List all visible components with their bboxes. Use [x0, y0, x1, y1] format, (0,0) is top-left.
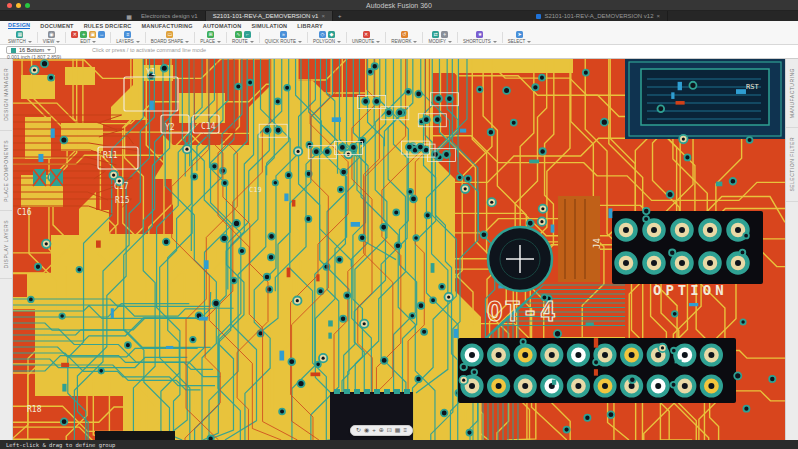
smd-pad: [594, 338, 598, 348]
add-icon[interactable]: +: [80, 31, 87, 38]
ribbon-group-edit[interactable]: ✕+▣↔EDIT: [67, 30, 109, 44]
delete-icon[interactable]: ✕: [71, 31, 78, 38]
app-grid-icon[interactable]: ▦: [124, 11, 134, 21]
tab-demoversion-v1[interactable]: S2101-101-REV-A_DEMOVERSION v1 ×: [206, 11, 333, 21]
smd-pad: [111, 308, 114, 318]
divider: [259, 32, 260, 43]
menu-rules-drc-erc[interactable]: RULES DRC/ERC: [84, 23, 132, 29]
via: [413, 235, 418, 240]
panel-tab-design-manager[interactable]: DESIGN MANAGER: [0, 59, 12, 131]
layers-icon[interactable]: ≡: [124, 31, 131, 38]
change-icon[interactable]: ▣: [89, 31, 96, 38]
orbit-icon[interactable]: ↻: [356, 426, 361, 435]
ribbon-group-shortcuts[interactable]: ★SHORTCUTS: [459, 30, 501, 44]
close-tab-icon[interactable]: ×: [656, 13, 660, 19]
replace-icon[interactable]: ↔: [98, 31, 105, 38]
unroute-icon[interactable]: ✕: [363, 31, 370, 38]
maximize-window-icon[interactable]: [25, 3, 30, 8]
chevron-down-icon: [47, 49, 51, 51]
panel-tab-manufacturing[interactable]: MANUFACTURING: [786, 59, 798, 128]
ribbon-group-unroute[interactable]: ✕UNROUTE: [348, 30, 384, 44]
smd-pad: [678, 82, 682, 90]
pcb-canvas[interactable]: Y1Y2C14R11C17R15C16C19R18RSTJ4OPTIONOT-4: [13, 59, 785, 440]
smd-pad: [287, 268, 291, 278]
new-tab-button[interactable]: +: [333, 11, 347, 21]
close-window-icon[interactable]: [7, 3, 12, 8]
silkscreen-label: OT-4: [487, 297, 558, 327]
polygon-pour-icon[interactable]: ◆: [328, 31, 335, 38]
group-label: REWORK: [391, 39, 411, 44]
via: [340, 169, 346, 175]
ribbon-group-select[interactable]: ➤SELECT: [504, 30, 536, 44]
via: [740, 250, 746, 256]
ribbon-menu-bar: DESIGN DOCUMENT RULES DRC/ERC MANUFACTUR…: [0, 21, 798, 30]
close-tab-icon[interactable]: ×: [321, 13, 325, 19]
tab-design[interactable]: Electronics design v1: [134, 11, 206, 21]
menu-design[interactable]: DESIGN: [8, 22, 30, 29]
divider: [226, 32, 227, 43]
via: [344, 292, 350, 298]
via: [439, 284, 445, 290]
panel-tab-place-components[interactable]: PLACE COMPONENTS: [0, 131, 12, 212]
via: [667, 191, 674, 198]
shortcuts-icon[interactable]: ★: [476, 31, 483, 38]
minimize-window-icon[interactable]: [16, 3, 21, 8]
menu-document[interactable]: DOCUMENT: [40, 23, 73, 29]
ribbon-group-route[interactable]: ∿⌐ROUTE: [228, 30, 258, 44]
via: [381, 357, 388, 364]
via: [743, 406, 749, 412]
menu-manufacturing[interactable]: MANUFACTURING: [142, 23, 193, 29]
via: [554, 330, 561, 337]
smd-pad: [608, 208, 612, 218]
panel-tab-display-layers[interactable]: DISPLAY LAYERS: [0, 211, 12, 278]
display-settings-icon[interactable]: ▦: [395, 426, 401, 435]
menu-library[interactable]: LIBRARY: [297, 23, 323, 29]
board-shape-icon[interactable]: ▭: [166, 31, 173, 38]
ribbon-group-switch[interactable]: ▦SWITCH: [4, 30, 36, 44]
via: [488, 129, 494, 135]
quick-route-icon[interactable]: »: [280, 31, 287, 38]
tab-demoversion-v12[interactable]: S2101-101-REV-A_DEMOVERSION v12 ×: [529, 11, 668, 21]
ribbon-group-modify[interactable]: ⇄⌖MODIFY: [424, 30, 456, 44]
via: [367, 69, 373, 75]
switch-board-icon[interactable]: ▦: [16, 31, 23, 38]
ribbon-group-place[interactable]: ⊞PLACE: [196, 30, 225, 44]
zoom-icon[interactable]: ⊕: [379, 426, 384, 435]
select-icon[interactable]: ➤: [516, 31, 523, 38]
via: [61, 418, 68, 425]
command-line-hint[interactable]: Click or press / to activate command lin…: [92, 47, 206, 53]
grid-settings-icon[interactable]: ≡: [404, 426, 408, 435]
via: [284, 85, 290, 91]
route-manual-icon[interactable]: ∿: [235, 31, 242, 38]
window-controls[interactable]: [7, 3, 30, 8]
navigation-toolbar[interactable]: ↻◉+⊕⊡▦≡: [350, 425, 413, 436]
rework-icon[interactable]: ↺: [401, 31, 408, 38]
panel-tab-selection-filter[interactable]: SELECTION FILTER: [786, 128, 798, 202]
layer-select[interactable]: 16 Bottom: [6, 46, 56, 54]
view-eye-icon[interactable]: ◉: [48, 31, 55, 38]
ribbon-group-layers[interactable]: ≡LAYERS: [112, 30, 143, 44]
route-signal-icon[interactable]: ⌐: [244, 31, 251, 38]
smd-pad: [736, 89, 746, 94]
place-component-icon[interactable]: ⊞: [207, 31, 214, 38]
ribbon-group-view[interactable]: ◉VIEW: [39, 30, 65, 44]
via: [359, 235, 365, 241]
move-icon[interactable]: ⇄: [432, 31, 439, 38]
tab-label: Electronics design v1: [141, 13, 198, 19]
ribbon-group-quick-route[interactable]: »QUICK ROUTE: [261, 30, 306, 44]
align-icon[interactable]: ⌖: [441, 31, 448, 38]
look-at-icon[interactable]: ◉: [364, 426, 369, 435]
ribbon-group-polygon[interactable]: ◇◆POLYGON: [309, 30, 345, 44]
smd-pad: [332, 117, 341, 122]
menu-simulation[interactable]: SIMULATION: [251, 23, 287, 29]
menu-automation[interactable]: AUTOMATION: [203, 23, 242, 29]
group-label: POLYGON: [313, 39, 335, 44]
via: [684, 154, 690, 160]
polygon-icon[interactable]: ◇: [319, 31, 326, 38]
ribbon-group-board-shape[interactable]: ▭BOARD SHAPE: [147, 30, 194, 44]
via: [163, 239, 170, 246]
fit-icon[interactable]: ⊡: [387, 426, 392, 435]
pan-icon[interactable]: +: [372, 426, 376, 435]
chevron-down-icon: [92, 41, 96, 43]
ribbon-group-rework[interactable]: ↺REWORK: [387, 30, 421, 44]
